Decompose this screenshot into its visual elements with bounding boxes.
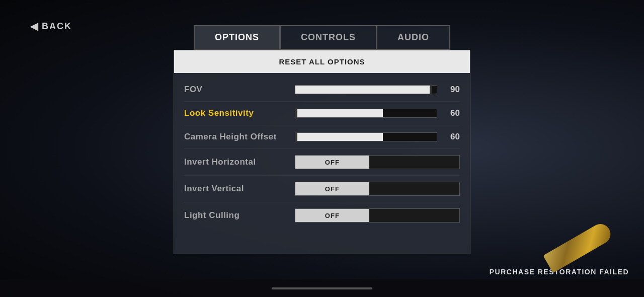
invert-horizontal-label: Invert Horizontal	[184, 157, 295, 167]
invert-horizontal-toggle-on	[369, 156, 459, 169]
light-culling-toggle-off: OFF	[295, 209, 369, 222]
fov-slider-thumb	[430, 84, 432, 95]
tab-controls[interactable]: CONTROLS	[280, 25, 377, 50]
tab-options[interactable]: OPTIONS	[194, 25, 280, 50]
look-sensitivity-control: 60	[295, 108, 460, 119]
light-culling-label: Light Culling	[184, 210, 295, 220]
camera-height-offset-slider[interactable]	[295, 131, 437, 142]
invert-vertical-toggle[interactable]: OFF	[295, 182, 460, 196]
look-sensitivity-slider-thumb	[295, 108, 297, 119]
fov-control: 90	[295, 84, 460, 95]
option-row-camera-height-offset: Camera Height Offset 60	[184, 125, 460, 149]
look-sensitivity-slider-fill	[295, 109, 383, 117]
fov-slider-track	[295, 85, 437, 94]
light-culling-control: OFF	[295, 208, 460, 222]
look-sensitivity-label: Look Sensitivity	[184, 108, 295, 118]
invert-horizontal-control: OFF	[295, 155, 460, 169]
tab-audio[interactable]: AUDIO	[377, 25, 450, 50]
invert-vertical-label: Invert Vertical	[184, 184, 295, 194]
back-button[interactable]: ◀ BACK	[30, 20, 72, 32]
camera-height-offset-control: 60	[295, 131, 460, 142]
option-row-light-culling: Light Culling OFF	[184, 202, 460, 229]
options-list: FOV 90 Look Sensitivity	[174, 73, 470, 234]
camera-height-offset-slider-thumb	[295, 131, 297, 142]
option-row-look-sensitivity: Look Sensitivity 60	[184, 102, 460, 125]
look-sensitivity-slider[interactable]	[295, 108, 437, 119]
option-row-fov: FOV 90	[184, 78, 460, 102]
tabs-container: OPTIONS CONTROLS AUDIO	[194, 25, 450, 50]
main-content: ◀ BACK OPTIONS CONTROLS AUDIO RESET ALL …	[0, 0, 644, 297]
option-row-invert-horizontal: Invert Horizontal OFF	[184, 149, 460, 176]
invert-horizontal-toggle-off: OFF	[295, 156, 369, 169]
camera-height-offset-slider-fill	[295, 133, 383, 141]
fov-slider[interactable]	[295, 84, 437, 95]
invert-vertical-toggle-on	[369, 182, 459, 195]
fov-value: 90	[442, 85, 460, 95]
camera-height-offset-label: Camera Height Offset	[184, 132, 295, 142]
back-label: BACK	[42, 21, 72, 32]
options-panel: RESET ALL OPTIONS FOV 90 Look Sensi	[174, 50, 470, 254]
fov-label: FOV	[184, 85, 295, 95]
look-sensitivity-slider-track	[295, 109, 437, 118]
reset-all-button[interactable]: RESET ALL OPTIONS	[174, 50, 470, 73]
invert-vertical-control: OFF	[295, 182, 460, 196]
invert-vertical-toggle-off: OFF	[295, 182, 369, 195]
look-sensitivity-value: 60	[442, 108, 460, 118]
back-chevron-icon: ◀	[30, 20, 39, 32]
fov-slider-fill	[295, 86, 430, 94]
camera-height-offset-value: 60	[442, 132, 460, 142]
option-row-invert-vertical: Invert Vertical OFF	[184, 176, 460, 202]
camera-height-offset-slider-track	[295, 132, 437, 141]
light-culling-toggle-on	[369, 209, 459, 222]
invert-horizontal-toggle[interactable]: OFF	[295, 155, 460, 169]
light-culling-toggle[interactable]: OFF	[295, 208, 460, 222]
